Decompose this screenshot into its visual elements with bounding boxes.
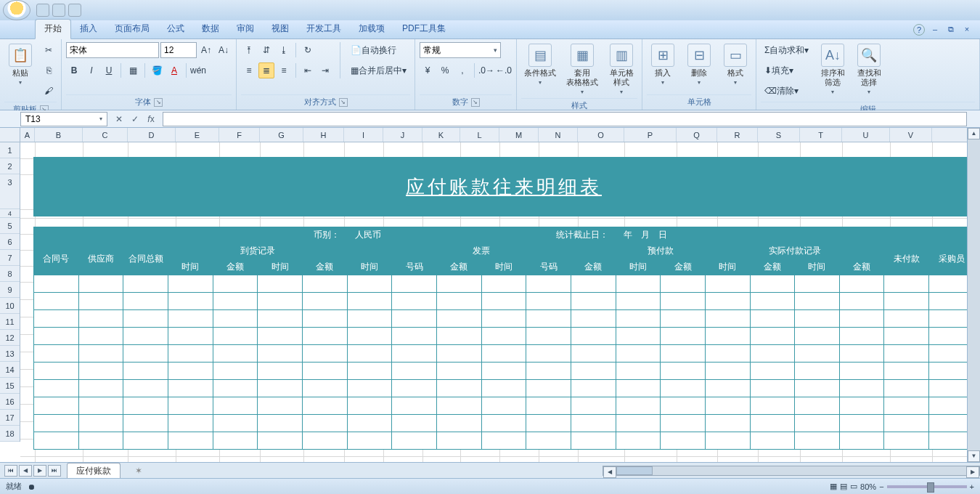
cell[interactable] bbox=[302, 432, 347, 450]
cell[interactable] bbox=[795, 432, 840, 450]
cell[interactable] bbox=[884, 397, 929, 415]
cell[interactable] bbox=[347, 328, 392, 345]
cell[interactable] bbox=[168, 432, 213, 450]
cell[interactable] bbox=[661, 397, 706, 415]
cell[interactable] bbox=[347, 397, 392, 415]
column-header[interactable]: A bbox=[20, 128, 35, 142]
conditional-formatting-button[interactable]: ▤条件格式 bbox=[521, 42, 559, 89]
cell[interactable] bbox=[347, 432, 392, 450]
tab-nav-last-icon[interactable]: ⏭ bbox=[48, 465, 61, 477]
hscroll-thumb[interactable] bbox=[616, 466, 653, 475]
cell[interactable] bbox=[436, 275, 481, 293]
cell[interactable] bbox=[34, 293, 79, 310]
cell[interactable] bbox=[839, 380, 884, 397]
cell[interactable] bbox=[481, 363, 526, 380]
cell[interactable] bbox=[884, 293, 929, 310]
align-right-icon[interactable]: ≡ bbox=[276, 62, 292, 78]
copy-icon[interactable]: ⎘ bbox=[41, 62, 57, 78]
cell[interactable] bbox=[929, 363, 967, 380]
cell[interactable] bbox=[571, 380, 616, 397]
cell[interactable] bbox=[750, 397, 795, 415]
cell[interactable] bbox=[213, 293, 258, 310]
increase-indent-icon[interactable]: ⇥ bbox=[317, 62, 333, 78]
cell[interactable] bbox=[571, 415, 616, 432]
cell[interactable] bbox=[78, 397, 123, 415]
cell[interactable] bbox=[929, 275, 967, 293]
cell[interactable] bbox=[795, 397, 840, 415]
column-header[interactable]: V bbox=[890, 128, 932, 142]
sort-filter-button[interactable]: A↓排序和 筛选 bbox=[817, 42, 849, 98]
cell[interactable] bbox=[884, 415, 929, 432]
cell[interactable] bbox=[123, 397, 168, 415]
cell[interactable] bbox=[258, 345, 303, 363]
cell[interactable] bbox=[750, 432, 795, 450]
percent-icon[interactable]: % bbox=[437, 62, 453, 78]
cell[interactable] bbox=[661, 328, 706, 345]
tab-view[interactable]: 视图 bbox=[263, 20, 298, 39]
cell[interactable] bbox=[526, 415, 571, 432]
cell[interactable] bbox=[929, 432, 967, 450]
cell[interactable] bbox=[481, 397, 526, 415]
cell[interactable] bbox=[481, 328, 526, 345]
cell[interactable] bbox=[123, 415, 168, 432]
align-launcher-icon[interactable]: ↘ bbox=[339, 98, 348, 107]
cell[interactable] bbox=[123, 380, 168, 397]
row-header[interactable]: 18 bbox=[0, 426, 20, 442]
cell[interactable] bbox=[347, 363, 392, 380]
scroll-up-icon[interactable]: ▲ bbox=[968, 128, 980, 139]
column-header[interactable]: R bbox=[717, 128, 758, 142]
cell[interactable] bbox=[571, 397, 616, 415]
tab-nav-prev-icon[interactable]: ◀ bbox=[19, 465, 32, 477]
cell[interactable] bbox=[78, 293, 123, 310]
merge-center-button[interactable]: ▦ 合并后居中 ▾ bbox=[347, 62, 410, 78]
formula-input[interactable] bbox=[163, 112, 967, 126]
office-button[interactable] bbox=[3, 0, 30, 20]
cell[interactable] bbox=[258, 293, 303, 310]
orientation-icon[interactable]: ↻ bbox=[300, 42, 316, 58]
cell[interactable] bbox=[571, 328, 616, 345]
phonetic-icon[interactable]: wén bbox=[190, 62, 206, 78]
delete-cells-button[interactable]: ⊟删除 bbox=[683, 42, 715, 89]
row-header[interactable]: 8 bbox=[0, 266, 20, 282]
tab-nav-next-icon[interactable]: ▶ bbox=[33, 465, 46, 477]
font-family-select[interactable] bbox=[66, 42, 159, 58]
cell[interactable] bbox=[481, 415, 526, 432]
cell[interactable] bbox=[929, 310, 967, 328]
view-normal-icon[interactable]: ▦ bbox=[830, 482, 837, 491]
scroll-down-icon[interactable]: ▼ bbox=[968, 450, 980, 462]
row-header[interactable]: 2 bbox=[0, 158, 20, 174]
column-header[interactable]: N bbox=[539, 128, 578, 142]
cell[interactable] bbox=[571, 432, 616, 450]
column-header[interactable]: L bbox=[460, 128, 499, 142]
cell[interactable] bbox=[839, 310, 884, 328]
row-header[interactable]: 6 bbox=[0, 234, 20, 250]
row-header[interactable]: 3 bbox=[0, 174, 20, 209]
column-header[interactable]: M bbox=[499, 128, 539, 142]
row-header[interactable]: 17 bbox=[0, 410, 20, 426]
cell[interactable] bbox=[78, 415, 123, 432]
cell[interactable] bbox=[392, 363, 437, 380]
number-format-select[interactable]: 常规 bbox=[420, 42, 501, 58]
fx-icon[interactable]: fx bbox=[144, 112, 158, 126]
cell[interactable] bbox=[436, 380, 481, 397]
cell[interactable] bbox=[34, 275, 79, 293]
cell[interactable] bbox=[436, 415, 481, 432]
cell[interactable] bbox=[705, 415, 750, 432]
fill-button[interactable]: ⬇ 填充 ▾ bbox=[761, 62, 797, 78]
cell[interactable] bbox=[168, 380, 213, 397]
close-icon[interactable]: × bbox=[961, 24, 973, 36]
cell[interactable] bbox=[929, 415, 967, 432]
cell[interactable] bbox=[213, 432, 258, 450]
cell[interactable] bbox=[661, 345, 706, 363]
cell[interactable] bbox=[347, 293, 392, 310]
comma-icon[interactable]: , bbox=[454, 62, 470, 78]
column-header[interactable]: S bbox=[758, 128, 800, 142]
cell[interactable] bbox=[347, 380, 392, 397]
cell[interactable] bbox=[481, 275, 526, 293]
column-header[interactable]: B bbox=[35, 128, 83, 142]
cell[interactable] bbox=[302, 293, 347, 310]
column-header[interactable]: T bbox=[800, 128, 842, 142]
cell[interactable] bbox=[347, 345, 392, 363]
cell[interactable] bbox=[302, 380, 347, 397]
cell[interactable] bbox=[34, 310, 79, 328]
